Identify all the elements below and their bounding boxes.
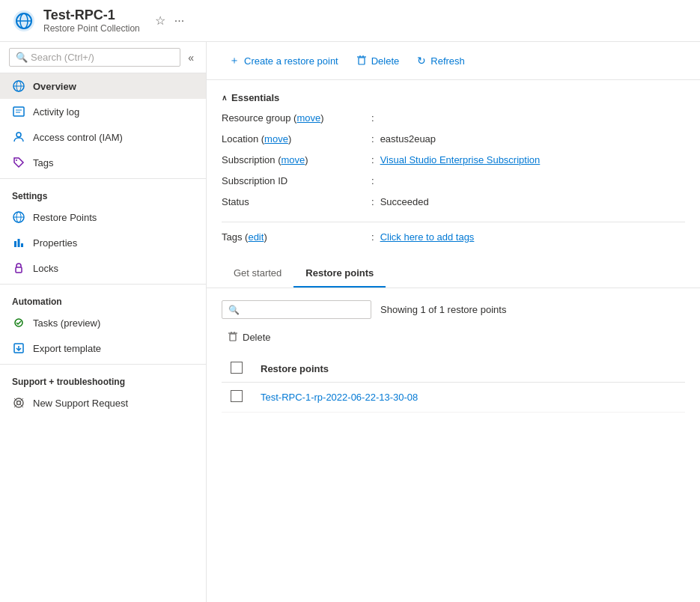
support-icon (12, 396, 25, 410)
sidebar-item-label: New Support Request (33, 398, 128, 409)
svg-point-23 (17, 401, 21, 405)
resource-group-move-link[interactable]: move (296, 112, 320, 124)
subscription-value-link[interactable]: Visual Studio Enterprise Subscription (380, 154, 541, 165)
rp-count-text: Showing 1 of 1 restore points (380, 304, 506, 315)
resource-subtitle: Restore Point Collection (43, 23, 140, 34)
header-text-group: Test-RPC-1 Restore Point Collection (43, 7, 140, 34)
rp-delete-icon (228, 331, 238, 344)
chevron-down-icon: ∧ (222, 94, 227, 102)
rp-search-icon: 🔍 (228, 305, 240, 315)
collapse-sidebar-button[interactable]: « (185, 50, 197, 65)
tab-restore-points[interactable]: Restore points (293, 260, 386, 288)
rp-toolbar: 🔍 Showing 1 of 1 restore points (222, 300, 685, 319)
restore-points-content: 🔍 Showing 1 of 1 restore points Delete (207, 288, 700, 425)
essentials-header: ∧ Essentials (222, 92, 685, 103)
select-all-checkbox[interactable] (231, 362, 243, 374)
sidebar-item-tasks[interactable]: Tasks (preview) (0, 310, 206, 335)
rp-search-box[interactable]: 🔍 (222, 300, 371, 319)
header-actions: ☆ ··· (153, 12, 186, 29)
tags-add-link[interactable]: Click here to add tags (380, 231, 475, 243)
sidebar-item-export-template[interactable]: Export template (0, 335, 206, 361)
refresh-icon: ↻ (417, 55, 426, 67)
sidebar-item-label: Activity log (33, 106, 79, 118)
row-checkbox[interactable] (231, 390, 243, 402)
location-move-link[interactable]: move (264, 133, 288, 145)
sidebar-item-label: Locks (33, 263, 58, 274)
refresh-button[interactable]: ↻ Refresh (410, 50, 472, 71)
plus-icon: ＋ (229, 54, 240, 67)
main-layout: 🔍 « Overview Activity log Access control… (0, 42, 700, 602)
page-header: Test-RPC-1 Restore Point Collection ☆ ··… (0, 0, 700, 42)
sidebar-item-label: Tasks (preview) (33, 317, 100, 329)
svg-rect-15 (14, 241, 16, 247)
nav-divider-3 (0, 364, 206, 365)
trash-icon (356, 55, 367, 67)
table-header-row: Restore points (222, 356, 685, 383)
tag-icon (12, 156, 25, 169)
sidebar-item-label: Overview (33, 81, 76, 92)
restore-points-table: Restore points Test-RPC-1-rp-2022-06-22-… (222, 356, 685, 413)
table-row: Test-RPC-1-rp-2022-06-22-13-30-08 (222, 383, 685, 413)
create-restore-point-button[interactable]: ＋ Create a restore point (222, 49, 346, 72)
search-container: 🔍 « (0, 42, 206, 73)
resource-icon (12, 9, 36, 33)
search-icon: 🔍 (16, 52, 28, 63)
table-header-name: Restore points (252, 356, 685, 383)
automation-section-label: Automation (0, 288, 206, 310)
essentials-grid: Resource group (move) : Location (move) … (222, 112, 685, 213)
search-input[interactable] (31, 52, 174, 63)
support-section-label: Support + troubleshooting (0, 368, 206, 390)
more-options-button[interactable]: ··· (173, 13, 186, 29)
subscription-move-link[interactable]: move (281, 154, 305, 165)
status-value: Succeeded (380, 196, 429, 207)
main-content: ＋ Create a restore point Delete ↻ Refres… (207, 42, 700, 602)
svg-point-11 (16, 159, 17, 161)
essentials-row-status: Status : Succeeded (222, 196, 685, 213)
delete-button[interactable]: Delete (349, 50, 407, 72)
svg-rect-32 (230, 334, 236, 341)
essentials-row-resource-group: Resource group (move) : (222, 112, 685, 129)
sidebar-item-label: Export template (33, 343, 101, 354)
essentials-row-location: Location (move) : eastus2euap (222, 133, 685, 150)
sidebar-item-label: Properties (33, 237, 77, 249)
restore-point-name-cell: Test-RPC-1-rp-2022-06-22-13-30-08 (252, 383, 685, 413)
lock-icon (12, 261, 25, 275)
globe-icon (12, 79, 25, 93)
tags-edit-link[interactable]: edit (248, 231, 264, 243)
essentials-row-tags: Tags (edit) : Click here to add tags (222, 231, 685, 248)
tabs-container: Get started Restore points (207, 260, 700, 288)
sidebar-item-label: Restore Points (33, 212, 97, 223)
sidebar-item-properties[interactable]: Properties (0, 230, 206, 255)
essentials-divider (222, 222, 685, 222)
sidebar-item-locks[interactable]: Locks (0, 255, 206, 281)
sidebar-item-overview[interactable]: Overview (0, 73, 206, 99)
tab-get-started[interactable]: Get started (222, 260, 293, 288)
sidebar-item-label: Access control (IAM) (33, 132, 123, 143)
essentials-row-subscription-id: Subscription ID : (222, 175, 685, 192)
task-icon (12, 316, 25, 329)
restore-point-link[interactable]: Test-RPC-1-rp-2022-06-22-13-30-08 (261, 392, 418, 403)
favorite-button[interactable]: ☆ (153, 12, 167, 29)
svg-rect-18 (16, 267, 22, 273)
search-box[interactable]: 🔍 (9, 48, 180, 67)
sidebar-item-tags[interactable]: Tags (0, 150, 206, 175)
rp-delete-button[interactable]: Delete (222, 328, 277, 347)
row-checkbox-cell (222, 383, 252, 413)
person-icon (12, 130, 25, 144)
svg-rect-7 (13, 107, 24, 116)
settings-section-label: Settings (0, 182, 206, 204)
rp-search-input[interactable] (243, 304, 368, 315)
svg-rect-16 (18, 239, 20, 247)
sidebar-item-access-control[interactable]: Access control (IAM) (0, 124, 206, 150)
sidebar-item-new-support[interactable]: New Support Request (0, 390, 206, 416)
svg-rect-28 (359, 58, 365, 64)
location-value: eastus2euap (380, 133, 436, 145)
globe-icon (12, 210, 25, 224)
bar-chart-icon (12, 236, 25, 249)
sidebar-item-restore-points[interactable]: Restore Points (0, 204, 206, 230)
sidebar-item-activity-log[interactable]: Activity log (0, 99, 206, 124)
sidebar-item-label: Tags (33, 157, 53, 168)
nav-divider-2 (0, 284, 206, 285)
export-icon (12, 341, 25, 355)
table-header-checkbox-cell (222, 356, 252, 383)
